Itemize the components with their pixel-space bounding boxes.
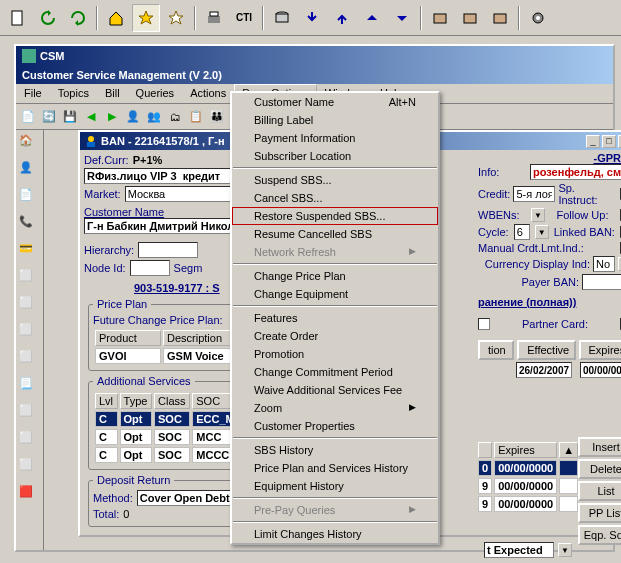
tb-box1-icon[interactable] bbox=[426, 4, 454, 32]
tb-import-icon[interactable] bbox=[298, 4, 326, 32]
expires-row[interactable]: 900/00/0000 bbox=[478, 496, 578, 512]
wt-list-icon[interactable]: 📋 bbox=[186, 107, 206, 127]
tb-refresh2-icon[interactable] bbox=[64, 4, 92, 32]
menu-item-subscriber-location[interactable]: Subscriber Location bbox=[232, 147, 438, 165]
effective-value[interactable] bbox=[516, 362, 572, 378]
ld-opt1-icon[interactable]: ⬜ bbox=[18, 268, 42, 292]
customer-name-field[interactable] bbox=[84, 218, 249, 234]
currency-disp-label: Currency Display Ind: bbox=[485, 258, 590, 270]
tb-doc-icon[interactable] bbox=[4, 4, 32, 32]
insert-button[interactable]: Insert bbox=[578, 437, 621, 457]
menu-item-change-equipment[interactable]: Change Equipment bbox=[232, 285, 438, 303]
menu-item-customer-name[interactable]: Customer NameAlt+N bbox=[232, 93, 438, 111]
currency-disp-field[interactable] bbox=[593, 256, 615, 272]
ld-red-icon[interactable]: 🟥 bbox=[18, 484, 42, 508]
wbens-dropdown[interactable]: ▼ bbox=[531, 208, 545, 222]
tb-refresh-icon[interactable] bbox=[34, 4, 62, 32]
toolbar-separator bbox=[518, 6, 520, 30]
credit-field[interactable] bbox=[513, 186, 555, 202]
wt-cards-icon[interactable]: 🗂 bbox=[165, 107, 185, 127]
menu-bill[interactable]: Bill bbox=[97, 84, 128, 103]
menu-item-equipment-history[interactable]: Equipment History bbox=[232, 477, 438, 495]
acct-type-field[interactable] bbox=[84, 168, 239, 184]
menu-item-promotion[interactable]: Promotion bbox=[232, 345, 438, 363]
menu-item-change-price-plan[interactable]: Change Price Plan bbox=[232, 267, 438, 285]
menu-file[interactable]: File bbox=[16, 84, 50, 103]
menu-item-cancel-sbs-[interactable]: Cancel SBS... bbox=[232, 189, 438, 207]
wt-user1-icon[interactable]: 👤 bbox=[123, 107, 143, 127]
gprs-label: -GPRS) bbox=[478, 152, 621, 164]
maximize-button[interactable]: □ bbox=[602, 135, 616, 148]
menu-item-change-commitment-period[interactable]: Change Commitment Period bbox=[232, 363, 438, 381]
hierarchy-field[interactable] bbox=[138, 242, 198, 258]
tb-box2-icon[interactable] bbox=[456, 4, 484, 32]
node-id-field[interactable] bbox=[130, 260, 170, 276]
expires-value[interactable] bbox=[580, 362, 621, 378]
ld-doc-icon[interactable]: 📄 bbox=[18, 187, 42, 211]
menu-item-restore-suspended-sbs-[interactable]: Restore Suspended SBS... bbox=[232, 207, 438, 225]
menu-item-limit-changes-history[interactable]: Limit Changes History bbox=[232, 525, 438, 543]
menu-item-billing-label[interactable]: Billing Label bbox=[232, 111, 438, 129]
ld-card-icon[interactable]: 💳 bbox=[18, 241, 42, 265]
menu-topics[interactable]: Topics bbox=[50, 84, 97, 103]
toolbar-separator bbox=[420, 6, 422, 30]
menu-item-waive-additional-services-fee[interactable]: Waive Additional Services Fee bbox=[232, 381, 438, 399]
tb-cti-icon[interactable]: CTI bbox=[230, 4, 258, 32]
cycle-field[interactable] bbox=[514, 224, 530, 240]
pp-list-button[interactable]: PP List bbox=[578, 503, 621, 523]
expires-row[interactable]: 000/00/0000 bbox=[478, 460, 578, 476]
tb-export-icon[interactable] bbox=[328, 4, 356, 32]
menu-item-create-order[interactable]: Create Order bbox=[232, 327, 438, 345]
menu-item-price-plan-and-services-history[interactable]: Price Plan and Services History bbox=[232, 459, 438, 477]
wt-user2-icon[interactable]: 👥 bbox=[144, 107, 164, 127]
tion-header: tion bbox=[478, 340, 514, 360]
menu-item-features[interactable]: Features bbox=[232, 309, 438, 327]
wt-fwd-icon[interactable]: ▶ bbox=[102, 107, 122, 127]
tb-box3-icon[interactable] bbox=[486, 4, 514, 32]
eqp-soc-button[interactable]: Eqp. Soc bbox=[578, 525, 621, 545]
tb-favorite-icon[interactable] bbox=[132, 4, 160, 32]
ld-opt5-icon[interactable]: ⬜ bbox=[18, 430, 42, 454]
ld-opt2-icon[interactable]: ⬜ bbox=[18, 295, 42, 319]
delete-button[interactable]: Delete bbox=[578, 459, 621, 479]
wt-refresh-icon[interactable]: 🔄 bbox=[39, 107, 59, 127]
list-button[interactable]: List bbox=[578, 481, 621, 501]
menu-item-resume-cancelled-sbs[interactable]: Resume Cancelled SBS bbox=[232, 225, 438, 243]
menu-item-payment-information[interactable]: Payment Information bbox=[232, 129, 438, 147]
tb-print-icon[interactable] bbox=[200, 4, 228, 32]
wt-people-icon[interactable]: 👪 bbox=[207, 107, 227, 127]
tb-star-icon[interactable] bbox=[162, 4, 190, 32]
info-field[interactable] bbox=[530, 164, 621, 180]
minimize-button[interactable]: _ bbox=[586, 135, 600, 148]
menu-actions[interactable]: Actions bbox=[182, 84, 234, 103]
ld-opt6-icon[interactable]: ⬜ bbox=[18, 457, 42, 481]
payer-ban-field[interactable] bbox=[582, 274, 621, 290]
menu-item-customer-properties[interactable]: Customer Properties bbox=[232, 417, 438, 435]
tb-up-icon[interactable] bbox=[358, 4, 386, 32]
menu-item-suspend-sbs-[interactable]: Suspend SBS... bbox=[232, 171, 438, 189]
menu-item-sbs-history[interactable]: SBS History bbox=[232, 441, 438, 459]
ld-phone-icon[interactable]: 📞 bbox=[18, 214, 42, 238]
tb-db-icon[interactable] bbox=[268, 4, 296, 32]
wt-save-icon[interactable]: 💾 bbox=[60, 107, 80, 127]
expected-field[interactable] bbox=[484, 542, 554, 558]
tb-home-icon[interactable] bbox=[102, 4, 130, 32]
partner-checkbox-left[interactable] bbox=[478, 318, 490, 330]
expected-dropdown[interactable]: ▼ bbox=[558, 543, 572, 557]
tb-down-icon[interactable] bbox=[388, 4, 416, 32]
wt-doc-icon[interactable]: 📄 bbox=[18, 107, 38, 127]
market-field[interactable] bbox=[125, 186, 235, 202]
ld-doc2-icon[interactable]: 📃 bbox=[18, 376, 42, 400]
ld-opt3-icon[interactable]: ⬜ bbox=[18, 322, 42, 346]
ld-opt4-icon[interactable]: ⬜ bbox=[18, 349, 42, 373]
ld-user-icon[interactable]: 👤 bbox=[18, 160, 42, 184]
svg-rect-6 bbox=[464, 14, 476, 23]
menu-queries[interactable]: Queries bbox=[128, 84, 183, 103]
ld-home-icon[interactable]: 🏠 bbox=[18, 133, 42, 157]
tb-gear-icon[interactable] bbox=[524, 4, 552, 32]
wt-back-icon[interactable]: ◀ bbox=[81, 107, 101, 127]
cycle-dropdown[interactable]: ▼ bbox=[535, 225, 549, 239]
ld-blank-icon[interactable]: ⬜ bbox=[18, 403, 42, 427]
expires-row[interactable]: 900/00/0000 bbox=[478, 478, 578, 494]
menu-item-zoom[interactable]: Zoom▶ bbox=[232, 399, 438, 417]
